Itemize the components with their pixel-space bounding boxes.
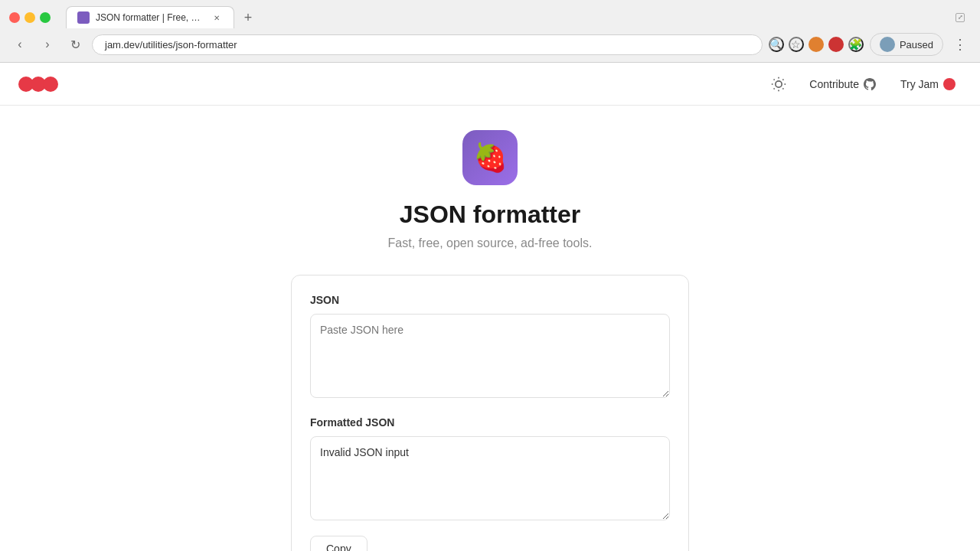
svg-line-10 bbox=[774, 88, 775, 89]
minimize-window-button[interactable] bbox=[24, 12, 35, 23]
jam-logo bbox=[18, 73, 58, 95]
contribute-button[interactable]: Contribute bbox=[803, 75, 882, 93]
svg-point-2 bbox=[43, 77, 58, 92]
hero-section: 🍓 JSON formatter Fast, free, open source… bbox=[388, 106, 593, 269]
new-tab-button[interactable]: + bbox=[237, 7, 259, 28]
search-icon-btn[interactable]: 🔍 bbox=[769, 37, 784, 52]
input-section-label: JSON bbox=[310, 294, 670, 306]
formatted-output[interactable] bbox=[310, 436, 670, 520]
sun-icon bbox=[771, 77, 786, 92]
page-header: Contribute Try Jam bbox=[0, 63, 980, 106]
browser-chrome: JSON formatter | Free, Open... ✕ + ⤢ ‹ ›… bbox=[0, 0, 980, 63]
shield-icon[interactable] bbox=[808, 37, 824, 52]
logo-area bbox=[18, 73, 58, 95]
svg-line-6 bbox=[774, 79, 775, 80]
page-title: JSON formatter bbox=[400, 201, 581, 229]
json-input[interactable] bbox=[310, 314, 670, 398]
user-avatar bbox=[880, 37, 895, 52]
svg-line-11 bbox=[783, 79, 784, 80]
maximize-window-button[interactable] bbox=[40, 12, 51, 23]
output-section-label: Formatted JSON bbox=[310, 416, 670, 429]
refresh-button[interactable]: ↻ bbox=[64, 34, 86, 55]
svg-line-7 bbox=[783, 88, 784, 89]
svg-point-3 bbox=[776, 80, 782, 86]
extensions-icon-btn[interactable]: 🧩 bbox=[848, 37, 864, 52]
tool-card: JSON Formatted JSON Copy bbox=[291, 275, 689, 551]
github-icon bbox=[864, 78, 876, 90]
menu-button[interactable]: ⋮ bbox=[949, 34, 971, 55]
try-jam-label: Try Jam bbox=[900, 78, 939, 90]
back-button[interactable]: ‹ bbox=[9, 34, 31, 55]
jam-ext-icon[interactable] bbox=[828, 37, 844, 52]
close-window-button[interactable] bbox=[9, 12, 20, 23]
page-subtitle: Fast, free, open source, ad-free tools. bbox=[388, 236, 593, 250]
bookmark-icon-btn[interactable]: ☆ bbox=[789, 37, 804, 52]
window-controls bbox=[9, 12, 51, 23]
paused-label: Paused bbox=[900, 39, 933, 51]
tab-title: JSON formatter | Free, Open... bbox=[96, 12, 204, 23]
app-icon: 🍓 bbox=[462, 130, 518, 185]
app-icon-emoji: 🍓 bbox=[473, 142, 508, 174]
header-actions: Contribute Try Jam bbox=[766, 72, 962, 96]
paused-button[interactable]: Paused bbox=[870, 33, 943, 56]
address-input-container[interactable]: jam.dev/utilities/json-formatter bbox=[92, 34, 763, 55]
tab-close-button[interactable]: ✕ bbox=[211, 11, 223, 24]
logo-icons bbox=[18, 73, 58, 95]
copy-button[interactable]: Copy bbox=[310, 536, 368, 551]
tabs-bar: JSON formatter | Free, Open... ✕ + bbox=[66, 6, 259, 28]
address-url: jam.dev/utilities/json-formatter bbox=[105, 39, 237, 51]
try-jam-button[interactable]: Try Jam bbox=[894, 75, 962, 93]
contribute-label: Contribute bbox=[809, 78, 859, 90]
jam-logo-dot bbox=[943, 78, 956, 90]
fullscreen-icon: ⤢ bbox=[956, 13, 965, 22]
tab-favicon bbox=[77, 11, 90, 24]
active-tab[interactable]: JSON formatter | Free, Open... ✕ bbox=[66, 6, 234, 28]
address-actions: 🔍 ☆ 🧩 bbox=[769, 37, 864, 52]
formatted-section: Formatted JSON bbox=[310, 416, 670, 523]
forward-button[interactable]: › bbox=[37, 34, 58, 55]
main-content: 🍓 JSON formatter Fast, free, open source… bbox=[0, 106, 980, 551]
theme-toggle-button[interactable] bbox=[766, 72, 791, 96]
title-bar: JSON formatter | Free, Open... ✕ + ⤢ bbox=[0, 0, 980, 28]
address-bar: ‹ › ↻ jam.dev/utilities/json-formatter 🔍… bbox=[0, 28, 980, 62]
